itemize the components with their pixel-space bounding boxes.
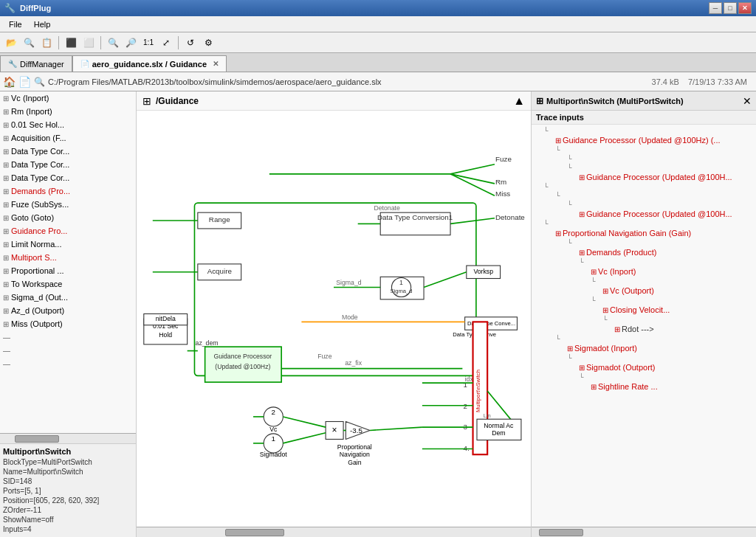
trace-tree-item[interactable]: ⊞Sigmadot (Inport) [532, 343, 756, 353]
tab-guidance[interactable]: 📄 aero_guidance.slx / Guidance ✕ [72, 55, 227, 72]
trace-tree-item[interactable]: ⊞Guidance Processor (Updated @100H... [532, 209, 756, 219]
menu-file[interactable]: File [3, 18, 28, 30]
props-title: Multiport\nSwitch [3, 447, 133, 456]
trace-tree-item[interactable]: └ [532, 182, 756, 191]
zoom-fit-button[interactable]: 1:1 [140, 35, 157, 51]
trace-label: Guidance Processor (Updated @100Hz) (... [563, 136, 721, 145]
trace-tree-item[interactable]: ⊞Guidance Processor (Updated @100Hz) (..… [532, 135, 756, 145]
diagram-canvas[interactable]: Data Type Conversion1 Range Fuze Rm Miss… [137, 111, 531, 527]
minimize-button[interactable]: ─ [709, 2, 722, 14]
menu-help[interactable]: Help [28, 18, 57, 30]
left-tree-item[interactable]: ⊞Guidance Pro... [0, 224, 136, 238]
tree-icon: ⊞ [3, 254, 9, 262]
close-button[interactable]: ✕ [738, 2, 752, 14]
block-icon: ⊞ [579, 249, 585, 257]
trace-tree-item[interactable]: └ [532, 200, 756, 209]
left-tree-item[interactable]: ⊞Miss (Outport) [0, 317, 136, 330]
svg-text:2: 2 [463, 402, 467, 410]
svg-text:Dem: Dem [492, 429, 505, 437]
svg-text:Data Type Conversion1: Data Type Conversion1 [377, 213, 453, 221]
trace-tree-item[interactable]: ⊞Rdot ---> [532, 324, 756, 334]
left-tree-item[interactable]: ⊞Limit Norma... [0, 238, 136, 251]
left-tree-item[interactable]: ⊞To Workspace [0, 277, 136, 291]
right-panel-title-text: Multiport\nSwitch (MultiPortSwitch) [546, 97, 684, 105]
tab-diffmanager[interactable]: 🔧 DiffManager [0, 55, 72, 72]
fit-window-button[interactable]: ⤢ [158, 35, 174, 51]
trace-tree-item[interactable]: ⊞Vc (Outport) [532, 285, 756, 296]
line-icon: └ [543, 220, 548, 227]
left-tree-item[interactable]: ⊞Demands (Pro... [0, 184, 136, 198]
trace-tree-item[interactable]: └ [532, 126, 756, 135]
refresh-button[interactable]: ↺ [182, 35, 199, 51]
left-tree-item[interactable]: ⊞Vc (Inport) [0, 91, 136, 105]
zoom-in-button[interactable]: 🔍 [105, 35, 121, 51]
zoom-out-button[interactable]: 🔎 [123, 35, 139, 51]
maximize-button[interactable]: □ [724, 2, 737, 14]
left-tree-item[interactable]: — [0, 357, 136, 370]
svg-text:(Updated @100Hz): (Updated @100Hz) [215, 363, 270, 370]
diagram-hscroll[interactable] [137, 527, 531, 537]
trace-tree-item[interactable]: ⊞Guidance Processor (Updated @100H... [532, 172, 756, 182]
trace-tree-item[interactable]: └ [532, 154, 756, 163]
trace-tree-item[interactable]: ⊞Vc (Inport) [532, 266, 756, 277]
left-tree-item[interactable]: — [0, 344, 136, 357]
trace-tree-item[interactable]: ⊞Proportional Navigation Gain (Gain) [532, 228, 756, 238]
svg-text:Proportional: Proportional [337, 443, 372, 451]
trace-tree-item[interactable]: └ [532, 373, 756, 381]
tree-item-label: Fuze (SubSys... [11, 200, 69, 209]
left-tree-item[interactable]: ⊞Data Type Cor... [0, 158, 136, 171]
settings-button[interactable]: ⚙ [200, 35, 216, 51]
split-button[interactable]: ⬛ [63, 35, 79, 51]
left-tree-item[interactable]: ⊞Rm (Inport) [0, 105, 136, 118]
tree-item-label: Data Type Cor... [11, 173, 69, 182]
trace-tree-item[interactable]: └ [532, 163, 756, 172]
prop-showname: ShowName=off [3, 515, 133, 524]
trace-tree-item[interactable]: └ [532, 315, 756, 324]
right-panel-close-icon[interactable]: ✕ [743, 95, 752, 107]
left-tree-item[interactable]: ⊞Sigma_d (Out... [0, 291, 136, 304]
trace-tree-item[interactable]: └ [532, 277, 756, 285]
window-controls: ─ □ ✕ [709, 2, 752, 14]
left-tree-item[interactable]: ⊞Fuze (SubSys... [0, 198, 136, 211]
trace-tree-item[interactable]: └ [532, 257, 756, 266]
trace-tree-item[interactable]: └ [532, 145, 756, 154]
trace-tree-item[interactable]: ⊞Sightline Rate ... [532, 381, 756, 392]
left-tree-item[interactable]: ⊞0.01 Sec Hol... [0, 118, 136, 131]
trace-tree-item[interactable]: ⊞Sigmadot (Outport) [532, 362, 756, 373]
left-tree-item[interactable]: ⊞Goto (Goto) [0, 211, 136, 224]
tree-item-label: Miss (Outport) [11, 319, 63, 328]
left-tree-item[interactable]: ⊞Acquisition (F... [0, 131, 136, 145]
svg-text:az_dem: az_dem [196, 339, 219, 347]
left-hscroll[interactable] [0, 433, 136, 443]
copy-button[interactable]: 📋 [38, 35, 55, 51]
split2-button[interactable]: ⬜ [80, 35, 97, 51]
left-tree-item[interactable]: ⊞Proportional ... [0, 264, 136, 277]
left-tree-item[interactable]: ⊞Data Type Cor... [0, 171, 136, 184]
block-icon: ⊞ [602, 287, 608, 295]
trace-tree[interactable]: └⊞Guidance Processor (Updated @100Hz) (.… [532, 125, 756, 527]
trace-tree-item[interactable]: └ [532, 191, 756, 200]
trace-tree-item[interactable]: └ [532, 238, 756, 247]
tree-item-label: Acquisition (F... [11, 134, 66, 142]
tab-label-diffmanager: DiffManager [20, 60, 64, 69]
left-tree-item[interactable]: — [0, 330, 136, 344]
tree-icon: ⊞ [3, 174, 9, 182]
left-tree-item[interactable]: ⊞Az_d (Outport) [0, 304, 136, 317]
tab-close-guidance[interactable]: ✕ [213, 60, 219, 68]
trace-tree-item[interactable]: ⊞Closing Velocit... [532, 305, 756, 315]
tree-item-label: Guidance Pro... [11, 226, 67, 235]
tab-label-guidance: aero_guidance.slx / Guidance [92, 60, 207, 69]
trace-tree-item[interactable]: └ [532, 296, 756, 305]
svg-text:Acquire: Acquire [207, 267, 233, 275]
trace-tree-item[interactable]: └ [532, 334, 756, 343]
open-button[interactable]: 📂 [3, 35, 19, 51]
left-tree: ⊞Vc (Inport)⊞Rm (Inport)⊞0.01 Sec Hol...… [0, 91, 136, 433]
left-tree-item[interactable]: ⊞Multiport S... [0, 251, 136, 264]
search-button[interactable]: 🔍 [21, 35, 37, 51]
right-hscroll[interactable] [532, 527, 756, 537]
trace-tree-item[interactable]: ⊞Demands (Product) [532, 247, 756, 257]
left-tree-item[interactable]: ⊞Data Type Cor... [0, 145, 136, 158]
trace-tree-item[interactable]: └ [532, 353, 756, 362]
diagram-up-icon[interactable]: ▲ [513, 94, 525, 108]
trace-tree-item[interactable]: └ [532, 219, 756, 228]
